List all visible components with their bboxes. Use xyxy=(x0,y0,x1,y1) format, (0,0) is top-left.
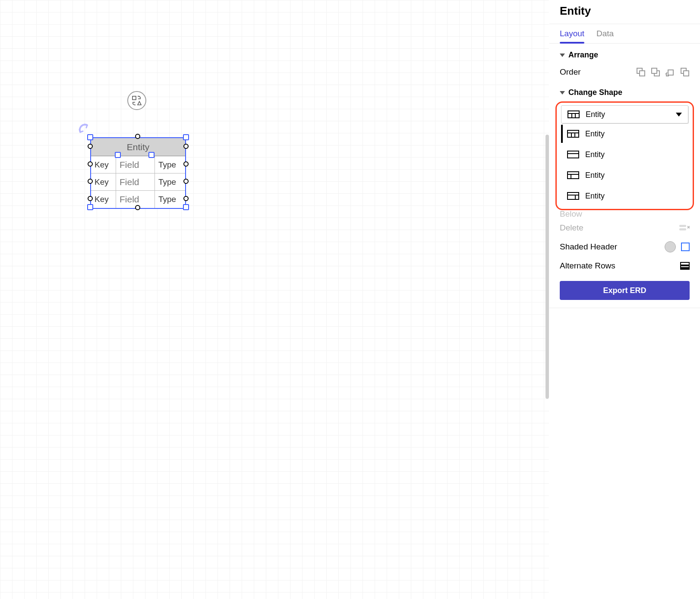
entity-field-cell[interactable]: Field xyxy=(116,173,155,190)
resize-handle-ne[interactable] xyxy=(183,134,189,140)
scrollbar[interactable] xyxy=(545,135,549,399)
bring-to-front-icon[interactable] xyxy=(680,67,690,77)
section-change-shape[interactable]: Change Shape xyxy=(549,81,700,101)
shape-option[interactable]: Entity xyxy=(561,165,688,186)
delete-row-icon[interactable] xyxy=(679,225,690,231)
disclosure-triangle-icon xyxy=(560,91,565,95)
delete-label: Delete xyxy=(560,223,583,233)
entity-title[interactable]: Entity xyxy=(91,138,185,156)
bring-forward-icon[interactable] xyxy=(651,67,660,77)
add-field-below-label: Below xyxy=(549,209,700,219)
section-arrange-label: Arrange xyxy=(568,50,598,60)
port[interactable] xyxy=(88,144,93,149)
entity-type-cell[interactable]: Type xyxy=(155,191,185,208)
port[interactable] xyxy=(183,179,189,184)
export-erd-label: Export ERD xyxy=(603,286,646,295)
send-to-back-icon[interactable] xyxy=(665,67,675,77)
shape-option-label: Entity xyxy=(585,150,605,159)
port[interactable] xyxy=(88,179,93,184)
send-backward-icon[interactable] xyxy=(636,67,646,77)
tab-data[interactable]: Data xyxy=(596,24,614,43)
divider xyxy=(549,308,700,308)
canvas[interactable]: Entity Key Field Type Key Field Type Key… xyxy=(0,0,549,599)
svg-rect-5 xyxy=(668,70,673,75)
section-arrange[interactable]: Arrange xyxy=(549,44,700,63)
entity-2col-left-icon xyxy=(567,171,579,179)
resize-handle-sw[interactable] xyxy=(87,204,93,210)
entity-key-cell[interactable]: Key xyxy=(91,173,116,190)
svg-rect-2 xyxy=(640,71,645,76)
svg-rect-24 xyxy=(679,225,686,227)
rotate-icon xyxy=(78,123,90,135)
shape-option-label: Entity xyxy=(585,192,605,201)
entity-3col-icon xyxy=(567,130,579,138)
chevron-down-icon xyxy=(676,113,682,117)
resize-handle-nw[interactable] xyxy=(87,134,93,140)
port[interactable] xyxy=(183,161,189,167)
svg-rect-0 xyxy=(132,96,136,100)
change-shape-highlight: Entity Entity Entity xyxy=(555,101,694,210)
shaded-header-toggle[interactable] xyxy=(681,243,690,251)
entity-3col-icon xyxy=(568,110,580,118)
port[interactable] xyxy=(183,144,189,149)
shaded-header-row: Shaded Header xyxy=(549,237,700,257)
entity-key-cell[interactable]: Key xyxy=(91,156,116,173)
svg-rect-16 xyxy=(568,151,579,158)
resize-handle-se[interactable] xyxy=(183,204,189,210)
column-handle[interactable] xyxy=(115,152,121,158)
entity-field-cell[interactable]: Field xyxy=(116,156,155,173)
panel-tabs: Layout Data xyxy=(549,24,700,44)
panel-title: Entity xyxy=(549,0,700,24)
shape-option-label: Entity xyxy=(585,171,605,180)
alternate-rows-row: Alternate Rows xyxy=(549,257,700,275)
port[interactable] xyxy=(183,196,189,201)
order-label: Order xyxy=(560,67,581,77)
alternate-rows-label: Alternate Rows xyxy=(560,261,615,271)
disclosure-triangle-icon xyxy=(560,54,565,57)
export-erd-button[interactable]: Export ERD xyxy=(560,281,690,300)
shape-select[interactable]: Entity xyxy=(561,105,688,123)
svg-rect-8 xyxy=(568,111,579,118)
port[interactable] xyxy=(88,161,93,167)
shape-option-label: Entity xyxy=(585,129,605,139)
properties-panel: Entity Layout Data Arrange Order xyxy=(549,0,700,599)
svg-rect-12 xyxy=(568,130,579,137)
swap-shape-icon xyxy=(132,95,142,106)
shape-option[interactable]: Entity xyxy=(561,186,688,206)
entity-1col-icon xyxy=(567,151,579,158)
tab-layout[interactable]: Layout xyxy=(560,24,584,43)
entity-row[interactable]: Key Field Type xyxy=(91,173,185,191)
svg-rect-21 xyxy=(568,192,579,199)
svg-rect-18 xyxy=(568,172,579,179)
entity-type-cell[interactable]: Type xyxy=(155,156,185,173)
shape-select-value: Entity xyxy=(586,110,605,119)
delete-row: Delete xyxy=(549,219,700,237)
section-change-shape-label: Change Shape xyxy=(568,88,622,97)
canvas-grid xyxy=(0,0,549,599)
shaded-header-label: Shaded Header xyxy=(560,242,617,252)
entity-key-cell[interactable]: Key xyxy=(91,191,116,208)
swap-shape-button[interactable] xyxy=(127,91,146,110)
entity-row[interactable]: Key Field Type xyxy=(91,156,185,173)
order-row: Order xyxy=(549,63,700,81)
port-n[interactable] xyxy=(135,134,140,139)
shape-option[interactable]: Entity xyxy=(561,123,688,144)
entity-shape[interactable]: Entity Key Field Type Key Field Type Key… xyxy=(90,137,186,209)
entity-2col-right-icon xyxy=(567,192,579,200)
svg-rect-4 xyxy=(652,68,657,73)
port[interactable] xyxy=(88,196,93,201)
shaded-header-color[interactable] xyxy=(665,241,676,252)
entity-type-cell[interactable]: Type xyxy=(155,173,185,190)
svg-rect-25 xyxy=(679,228,686,230)
alternate-rows-icon[interactable] xyxy=(680,262,690,270)
column-handle[interactable] xyxy=(148,152,155,158)
svg-rect-7 xyxy=(684,71,689,76)
port-s[interactable] xyxy=(135,205,140,210)
shape-option[interactable]: Entity xyxy=(561,144,688,165)
